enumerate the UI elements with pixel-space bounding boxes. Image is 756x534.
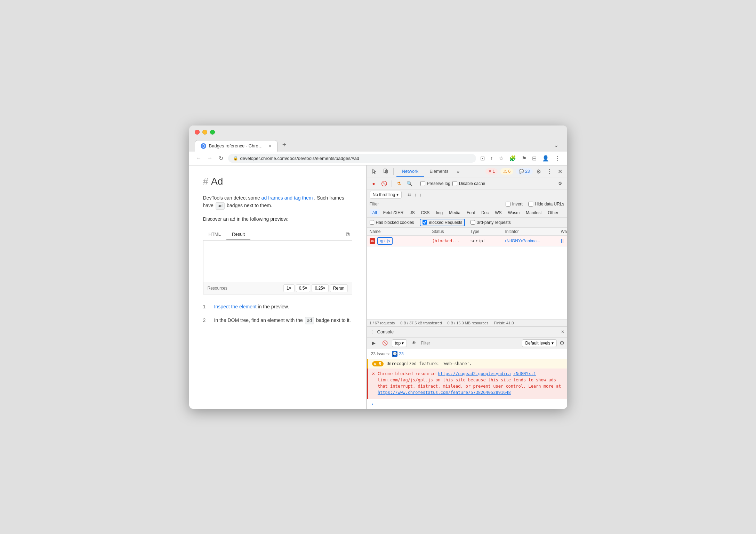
type-filter-wasm[interactable]: Wasm [505,209,523,216]
type-filter-other[interactable]: Other [545,209,561,216]
third-party-checkbox[interactable] [471,220,475,225]
devtools-more-tabs[interactable]: » [454,167,462,176]
type-filter-css[interactable]: CSS [418,209,433,216]
error-link3[interactable]: https://www.chromestatus.com/feature/573… [378,390,511,395]
wifi-icon[interactable]: ≋ [407,191,412,198]
error-link2[interactable]: rNdGNYx:1 [513,371,536,376]
tab-menu-button[interactable]: ⌄ [551,138,562,152]
new-tab-button[interactable]: + [278,138,291,152]
minimize-traffic-light[interactable] [202,130,207,135]
warning-badge[interactable]: ⚠ 6 [500,168,513,175]
filter-toggle-button[interactable]: ⚗ [395,179,403,188]
filter-input[interactable] [370,202,439,207]
type-filter-doc[interactable]: Doc [478,209,491,216]
col-header-initiator[interactable]: Initiator [505,229,561,234]
bookmark-icon[interactable]: ☆ [497,154,505,163]
preview-copy-icon[interactable]: ⧉ [343,228,352,240]
type-filter-all[interactable]: All [370,209,380,216]
record-button[interactable]: ● [370,179,378,188]
account-icon[interactable]: 👤 [541,154,550,163]
address-input[interactable]: 🔒 developer.chrome.com/docs/devtools/ele… [228,154,476,163]
col-header-status[interactable]: Status [432,229,471,234]
network-settings-button[interactable]: ⚙ [556,179,564,188]
console-clear-button[interactable]: 🚫 [381,339,389,347]
cell-name[interactable]: JS gpt.js [370,237,432,245]
preview-tab-result[interactable]: Result [226,229,250,240]
has-blocked-cookies-checkbox[interactable] [370,220,374,225]
extensions-icon[interactable]: 🧩 [508,154,517,163]
tab-close-button[interactable]: × [269,143,272,149]
device-tool-button[interactable] [381,167,391,176]
resources-1x-button[interactable]: 1× [283,284,295,292]
throttle-dropdown[interactable]: No throttling ▾ [370,191,402,199]
console-execute-button[interactable]: ▶ [370,339,378,347]
col-header-name[interactable]: Name [370,229,432,234]
console-drag-handle[interactable]: ⋮ [370,329,375,335]
col-header-waterfall[interactable]: Waterfall ▲ [561,229,567,234]
console-context-dropdown[interactable]: top ▾ [392,339,407,347]
invert-checkbox[interactable] [506,202,510,207]
share-icon[interactable]: ↑ [489,154,494,163]
issues-badge[interactable]: 💬 23 [392,351,403,357]
resources-rerun-button[interactable]: Rerun [330,284,348,292]
console-levels-dropdown[interactable]: Default levels ▾ [522,339,556,347]
preserve-log-label[interactable]: Preserve log [420,181,450,186]
devtools-settings-button[interactable]: ⚙ [534,167,543,176]
type-filter-media[interactable]: Media [446,209,463,216]
cast-icon[interactable]: ⊡ [479,154,486,163]
error-badge[interactable]: ✕ 1 [485,168,498,175]
third-party-requests-label[interactable]: 3rd-party requests [471,220,510,225]
clear-button[interactable]: 🚫 [380,179,388,188]
type-filter-ws[interactable]: WS [492,209,504,216]
preview-tab-html[interactable]: HTML [203,229,226,240]
error-link1[interactable]: https://pagead2.googlesyndica [438,371,511,376]
type-filter-manifest[interactable]: Manifest [523,209,544,216]
upload-icon[interactable]: ↑ [413,191,417,198]
preserve-log-checkbox[interactable] [420,181,425,186]
tab-bar: Badges reference - Chrome De × + ⌄ [195,138,562,152]
resources-0_25x-button[interactable]: 0.25× [312,284,328,292]
active-tab[interactable]: Badges reference - Chrome De × [195,140,278,152]
hide-data-urls-label[interactable]: Hide data URLs [528,202,564,207]
col-header-type[interactable]: Type [471,229,505,234]
devtools-close-button[interactable]: ✕ [556,167,564,176]
step-1-link[interactable]: Inspect the element [214,304,257,309]
close-traffic-light[interactable] [195,130,200,135]
info-badge[interactable]: 💬 23 [516,168,532,175]
disable-cache-label[interactable]: Disable cache [452,181,485,186]
console-eye-button[interactable]: 👁 [410,339,418,347]
cell-initiator[interactable]: rNdGNYx?anima... [505,238,561,243]
console-filter-input[interactable] [421,341,519,346]
devtools-tab-network[interactable]: Network [396,167,424,177]
devtools-tab-elements[interactable]: Elements [424,167,454,177]
back-button[interactable]: ← [195,154,203,162]
type-filter-font[interactable]: Font [464,209,478,216]
maximize-traffic-light[interactable] [210,130,215,135]
type-filter-fetch[interactable]: Fetch/XHR [380,209,407,216]
profile-icon[interactable]: ⚑ [520,154,528,163]
search-button[interactable]: 🔍 [405,179,414,188]
table-row[interactable]: JS gpt.js (blocked... script rNdGNYx?ani… [367,236,567,246]
blocked-requests-checkbox[interactable] [423,220,427,225]
forward-button[interactable]: → [206,154,214,162]
blocked-requests-label[interactable]: Blocked Requests [420,219,465,226]
disable-cache-checkbox[interactable] [452,181,457,186]
reload-button[interactable]: ↻ [217,154,225,162]
type-filter-img[interactable]: Img [433,209,445,216]
devtools-more-button[interactable]: ⋮ [545,167,554,176]
resources-0_5x-button[interactable]: 0.5× [296,284,311,292]
network-icons: ≋ ↑ ↓ [407,191,423,198]
type-filter-js[interactable]: JS [407,209,418,216]
console-settings-button[interactable]: ⚙ [560,340,564,346]
cursor-tool-button[interactable] [370,167,379,176]
console-prompt[interactable]: › [367,399,567,409]
menu-icon[interactable]: ⋮ [553,154,562,163]
download-icon[interactable]: ↓ [419,191,423,198]
has-blocked-cookies-label[interactable]: Has blocked cookies [370,220,414,225]
split-icon[interactable]: ⊟ [531,154,538,163]
hide-data-urls-checkbox[interactable] [528,202,533,207]
console-close-button[interactable]: × [561,329,564,335]
step-2-text: In the DOM tree, find an element with th… [214,316,351,324]
para1-link1[interactable]: ad frames and tag them [262,195,313,201]
invert-label[interactable]: Invert [506,202,523,207]
